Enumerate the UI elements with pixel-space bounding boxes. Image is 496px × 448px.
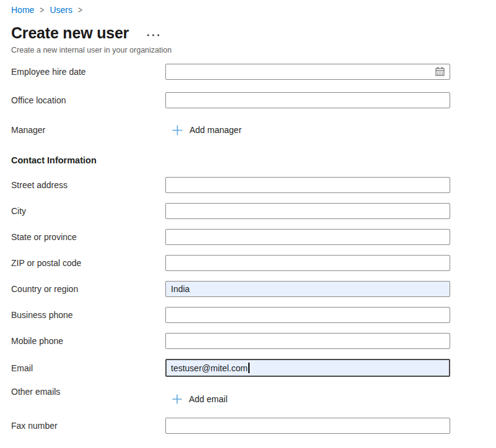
business-phone-input[interactable] [165,307,450,323]
calendar-icon[interactable] [435,66,445,77]
create-new-user-page: Home > Users > Create new user Create a … [0,0,496,434]
form-row-zip: ZIP or postal code [11,255,496,271]
state-province-input[interactable] [165,229,450,245]
form-row-fax: Fax number [11,418,496,434]
form-row-email: Email testuser@mitel.com [11,359,496,377]
field-label: City [11,206,165,216]
form-row-employee-hire-date: Employee hire date [11,64,496,80]
email-value: testuser@mitel.com [171,363,248,373]
field-label: Mobile phone [11,336,165,346]
page-header: Create new user [11,24,496,42]
add-email-label: Add email [189,394,227,404]
form-row-street-address: Street address [11,177,496,193]
field-label: Other emails [11,387,165,397]
plus-icon [172,394,183,405]
city-input[interactable] [165,203,450,219]
add-manager-label: Add manager [189,125,241,135]
field-label: Business phone [11,310,165,320]
field-label: Country or region [11,284,165,294]
email-input[interactable]: testuser@mitel.com [165,359,450,377]
country-region-input[interactable] [165,281,450,297]
field-label: ZIP or postal code [11,258,165,268]
form-row-business-phone: Business phone [11,307,496,323]
field-label: Email [11,363,165,373]
mobile-phone-input[interactable] [165,333,450,349]
employee-hire-date-field [165,64,450,80]
field-label: Employee hire date [11,67,165,77]
employee-hire-date-input[interactable] [165,64,450,80]
breadcrumb-separator-icon: > [78,4,82,15]
field-label: Office location [11,95,165,105]
breadcrumb-separator-icon: > [40,4,44,15]
form-row-mobile-phone: Mobile phone [11,333,496,349]
zip-postal-code-input[interactable] [165,255,450,271]
more-icon[interactable] [147,34,159,37]
field-label: Fax number [11,421,165,431]
user-form: Employee hire date [11,64,496,434]
form-row-manager: Manager Add manager [11,122,496,138]
breadcrumb-link-home[interactable]: Home [11,5,34,15]
page-title: Create new user [11,24,129,42]
breadcrumb: Home > Users > [11,4,496,15]
office-location-input[interactable] [165,92,450,108]
contact-information-heading: Contact Information [11,155,496,165]
form-row-country: Country or region [11,281,496,297]
form-row-city: City [11,203,496,219]
text-caret [248,363,250,373]
fax-number-input[interactable] [165,418,450,434]
street-address-input[interactable] [165,177,450,193]
form-row-state: State or province [11,229,496,245]
field-label: Street address [11,180,165,190]
add-manager-button[interactable]: Add manager [172,124,241,136]
field-label: Manager [11,125,165,135]
breadcrumb-link-users[interactable]: Users [50,5,72,15]
add-email-button[interactable]: Add email [172,394,227,405]
form-row-office-location: Office location [11,92,496,108]
field-label: State or province [11,232,165,242]
plus-icon [172,124,183,136]
form-row-other-emails: Other emails Add email [11,387,496,408]
page-subtitle: Create a new internal user in your organ… [11,46,496,54]
